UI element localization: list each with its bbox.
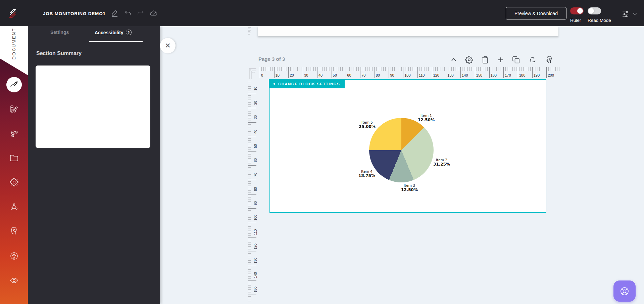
sidebar-item-colors[interactable]: [10, 105, 18, 114]
ruler-minor-tick: [248, 273, 251, 273]
ruler-toggle[interactable]: [570, 7, 584, 14]
cloud-saved-icon[interactable]: [150, 9, 158, 17]
ruler-minor-tick: [516, 67, 516, 71]
trash-icon[interactable]: [481, 56, 489, 64]
chevron-up-icon[interactable]: [450, 56, 458, 64]
ruler-number: 50: [253, 141, 257, 151]
ruler-major-tick: [375, 67, 375, 78]
chevron-down-icon[interactable]: [632, 11, 638, 16]
ruler-minor-tick: [557, 67, 557, 71]
ruler-minor-tick: [248, 117, 251, 117]
plus-icon[interactable]: [497, 56, 505, 64]
active-tab-underline: [89, 41, 143, 42]
ruler-minor-tick: [248, 187, 251, 187]
ruler-major-tick: [489, 67, 490, 78]
ruler-minor-tick: [340, 67, 341, 71]
ruler-minor-tick: [477, 67, 477, 71]
ruler-minor-tick: [443, 67, 443, 71]
ruler-number: 100: [404, 73, 410, 77]
pie-chart[interactable]: [369, 118, 434, 182]
ruler-minor-tick: [248, 192, 251, 192]
head-bulb-icon[interactable]: [545, 56, 553, 64]
sidebar-item-design-active[interactable]: [6, 77, 22, 92]
ruler-minor-tick: [523, 67, 524, 71]
ruler-major-tick: [248, 223, 256, 223]
ruler-minor-tick: [248, 203, 251, 203]
ruler-minor-tick: [321, 67, 321, 71]
ruler-minor-tick: [324, 67, 325, 71]
redo-icon[interactable]: [137, 9, 145, 17]
ruler-minor-tick: [248, 276, 251, 277]
ruler-minor-tick: [248, 196, 251, 196]
ruler-minor-tick: [269, 67, 269, 71]
ruler-minor-tick: [319, 67, 319, 71]
ruler-minor-tick: [248, 262, 251, 263]
sidebar-item-accessibility[interactable]: [10, 252, 18, 260]
ruler-minor-tick: [248, 201, 251, 202]
sidebar-item-connections[interactable]: [10, 202, 18, 211]
ruler-minor-tick: [355, 67, 355, 71]
ruler-minor-tick: [248, 169, 251, 169]
ruler-minor-tick: [559, 67, 559, 71]
preview-download-button[interactable]: Preview & Download: [506, 7, 566, 19]
ruler-minor-tick: [248, 232, 251, 232]
edit-pencil-icon[interactable]: [111, 9, 119, 17]
ruler-minor-tick: [248, 300, 251, 300]
duplicate-icon[interactable]: [512, 56, 520, 64]
ruler-minor-tick: [248, 157, 251, 157]
ruler-minor-tick: [342, 67, 343, 71]
ruler-minor-tick: [405, 67, 405, 71]
ruler-minor-tick: [453, 67, 454, 71]
ruler-number: 60: [347, 73, 351, 77]
ruler-minor-tick: [248, 106, 251, 106]
ruler-major-tick: [417, 67, 418, 78]
panel-close-button[interactable]: ✕: [160, 38, 176, 53]
ruler-minor-tick: [280, 67, 280, 71]
ruler-minor-tick: [297, 67, 298, 71]
help-fab-button[interactable]: [613, 280, 636, 302]
ruler-minor-tick: [248, 130, 251, 130]
ruler-number: 90: [390, 73, 394, 77]
ruler-minor-tick: [248, 260, 251, 261]
read-mode-toggle[interactable]: [588, 7, 601, 14]
ruler-major-tick: [260, 67, 260, 78]
ruler-minor-tick: [248, 162, 251, 162]
gear-icon[interactable]: [465, 56, 473, 64]
help-icon[interactable]: ?: [126, 30, 132, 35]
ruler-number: 200: [548, 73, 554, 77]
sidebar-item-insights[interactable]: [10, 227, 18, 235]
ruler-major-tick: [288, 67, 289, 78]
undo-icon[interactable]: [124, 9, 132, 17]
ruler-minor-tick: [248, 124, 251, 125]
ruler-minor-tick: [248, 155, 251, 155]
change-block-settings-button[interactable]: CHANGE BLOCK SETTINGS: [269, 79, 345, 88]
sliders-icon[interactable]: [622, 10, 630, 18]
ruler-minor-tick: [326, 67, 327, 71]
ruler-minor-tick: [466, 67, 466, 71]
section-summary-input[interactable]: [36, 66, 150, 148]
ruler-minor-tick: [552, 67, 552, 71]
ruler-minor-tick: [459, 67, 459, 71]
ruler-minor-tick: [248, 190, 251, 191]
ruler-minor-tick: [380, 67, 380, 71]
ruler-minor-tick: [248, 104, 251, 105]
bullet-dot-icon: [274, 83, 275, 85]
ruler-minor-tick: [276, 67, 276, 71]
sidebar-item-files[interactable]: [10, 154, 18, 162]
ruler-minor-tick: [248, 296, 251, 297]
ruler-major-tick: [248, 208, 256, 209]
ruler-minor-tick: [248, 128, 251, 128]
ruler-minor-tick: [248, 181, 251, 182]
app-logo[interactable]: [7, 7, 19, 19]
ruler-minor-tick: [469, 67, 470, 71]
tab-settings[interactable]: Settings: [50, 30, 69, 35]
ruler-minor-tick: [248, 101, 251, 101]
ruler-minor-tick: [555, 67, 556, 71]
recycle-icon[interactable]: [529, 56, 537, 64]
sidebar-item-settings[interactable]: [10, 178, 18, 186]
ruler-minor-tick: [299, 67, 299, 71]
sidebar-item-molecule[interactable]: H H: [10, 129, 18, 138]
tab-accessibility[interactable]: Accessibility ?: [95, 30, 132, 35]
ruler-number: 90: [253, 198, 257, 208]
sidebar-item-preview[interactable]: [10, 276, 18, 285]
